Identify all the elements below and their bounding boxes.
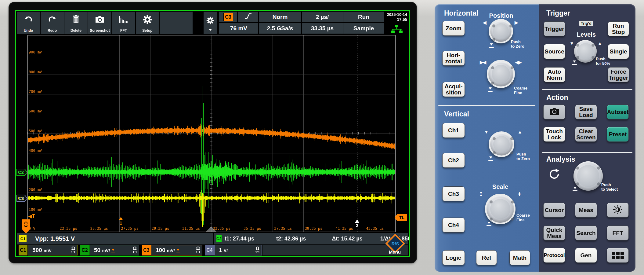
- ch4-button[interactable]: Ch4: [442, 218, 465, 233]
- fft-spectrum-icon: [112, 13, 135, 26]
- trigger-source-cell[interactable]: C3: [219, 12, 237, 22]
- c3-unit: mV/: [167, 248, 175, 253]
- save-load-button[interactable]: Save Load: [575, 105, 597, 119]
- trigger-button[interactable]: Trigger: [544, 21, 565, 36]
- section-divider: [438, 105, 535, 106]
- apps-button[interactable]: [607, 248, 629, 263]
- acquisition-button[interactable]: Acqui- sition: [442, 82, 465, 97]
- timebase-cell[interactable]: 2 µs/: [302, 12, 343, 22]
- c1-c4-trace-marker[interactable]: C1 C4: [16, 195, 27, 202]
- waveform-display[interactable]: [16, 11, 409, 256]
- preset-button[interactable]: Preset: [607, 127, 629, 142]
- c3-flag-label: C3: [24, 218, 28, 230]
- screenshot-action-button[interactable]: [543, 105, 565, 119]
- cursor2-handle[interactable]: [355, 219, 359, 223]
- knob-notch: [491, 82, 494, 85]
- rising-edge-icon: [244, 13, 252, 21]
- ref-button[interactable]: Ref: [476, 250, 497, 265]
- trigger-position-marker[interactable]: [206, 226, 216, 232]
- vertical-position-knob[interactable]: [489, 131, 514, 157]
- navigation-knob[interactable]: [573, 161, 603, 191]
- ch2-button[interactable]: Ch2: [442, 153, 465, 168]
- cursor-result-bar[interactable]: C2 t1: 27.44 µs t2: 42.86 µs Δt: 15.42 µ…: [214, 233, 408, 244]
- cursor-t1: t1: 27.44 µs: [225, 236, 254, 242]
- fft-button[interactable]: FFT: [112, 12, 135, 34]
- camera-icon: [88, 13, 111, 26]
- cursor2-label[interactable]: 2: [356, 223, 358, 228]
- scope-screen[interactable]: Undo Redo Delete Screenshot FFT Setup: [15, 10, 410, 257]
- c3-channel-badge[interactable]: C3: [142, 245, 151, 255]
- math-button[interactable]: Math: [509, 250, 530, 265]
- cursor-button[interactable]: Cursor: [543, 203, 565, 218]
- vertical-scale-knob[interactable]: [485, 194, 516, 224]
- ch3-button[interactable]: Ch3: [442, 186, 465, 201]
- c1-channel-cell[interactable]: 500 mV/ Ω1:1: [28, 245, 78, 255]
- c3-channel-cell[interactable]: 100 mV/ ▼ Ω1:1: [151, 245, 202, 255]
- measurement-value: Vpp: 1.9551 V: [35, 235, 75, 242]
- knob-notch: [493, 137, 496, 140]
- menu-label: Menu: [389, 249, 401, 255]
- measurement-result-bar[interactable]: C1 Vpp: 1.9551 V: [17, 233, 213, 244]
- knob-notch: [509, 24, 512, 28]
- c4-unit: V/: [224, 248, 228, 253]
- knob-notch: [597, 182, 600, 185]
- c2-channel-badge[interactable]: C2: [80, 245, 89, 255]
- push-icon: [487, 222, 491, 226]
- cursor1-handle[interactable]: [119, 217, 123, 220]
- trigger-source-badge: C3: [223, 13, 233, 21]
- compress-vertical-icon: ▼▲: [479, 192, 483, 196]
- trigger-levels-knob[interactable]: [574, 40, 597, 63]
- toolbar-spacer: [160, 12, 193, 34]
- trigger-slope-cell[interactable]: [238, 12, 258, 22]
- horizontal-position-knob[interactable]: [489, 19, 513, 43]
- push-icon: [488, 87, 493, 92]
- horizontal-scale-knob[interactable]: [487, 60, 515, 88]
- display-intensity-button[interactable]: [607, 203, 629, 218]
- c2-channel-cell[interactable]: 50 mV/ ▼ Ω1:1: [89, 245, 139, 255]
- push-icon: [488, 156, 493, 161]
- ch1-button[interactable]: Ch1: [442, 123, 465, 138]
- trigger-level-marker[interactable]: ◀T: [28, 213, 35, 219]
- setup-button[interactable]: Setup: [136, 12, 159, 34]
- trigger-mode-cell[interactable]: Norm: [259, 12, 301, 22]
- navigation-hint: Push to Select: [601, 183, 618, 192]
- acquisition-mode-cell[interactable]: Sample: [343, 23, 384, 34]
- horizontal-position-cell[interactable]: 33.35 µs: [302, 23, 343, 34]
- c2-trace-marker[interactable]: C2: [16, 169, 27, 176]
- sample-rate-cell[interactable]: 2.5 GSa/s: [259, 23, 301, 34]
- search-button[interactable]: Search: [575, 226, 597, 240]
- logic-button[interactable]: Logic: [442, 250, 465, 265]
- single-button[interactable]: Single: [608, 44, 629, 59]
- c1-unit: mV/: [44, 248, 52, 253]
- lan-network-icon[interactable]: [391, 24, 403, 34]
- clear-screen-button[interactable]: Clear Screen: [575, 127, 597, 142]
- knob-notch: [592, 44, 595, 47]
- c3-coupling: Ω: [196, 245, 200, 251]
- screenshot-button[interactable]: Screenshot: [88, 12, 111, 34]
- arrow-down-icon: ▼: [484, 130, 488, 134]
- source-button[interactable]: Source: [544, 44, 565, 59]
- run-stop-button[interactable]: Run Stop: [608, 21, 629, 36]
- meas-button[interactable]: Meas: [575, 203, 597, 218]
- protocol-button[interactable]: Protocol: [543, 248, 565, 263]
- c4-channel-cell[interactable]: 1 V/ Ω1:1: [214, 245, 262, 255]
- quick-settings-cell[interactable]: [204, 12, 217, 34]
- c4-channel-badge[interactable]: C4: [205, 245, 214, 255]
- force-trigger-button[interactable]: Force Trigger: [608, 67, 629, 82]
- c1-channel-badge[interactable]: C1: [19, 245, 27, 255]
- autoset-button[interactable]: Autoset: [607, 105, 629, 119]
- c3-scale: 100: [156, 247, 165, 253]
- zoom-button[interactable]: Zoom: [442, 21, 465, 36]
- horizontal-button[interactable]: Hori- zontal: [442, 51, 465, 66]
- undo-button[interactable]: Undo: [17, 12, 40, 34]
- cursor1-label[interactable]: 1: [120, 220, 122, 226]
- delete-button[interactable]: Delete: [64, 12, 88, 34]
- acquisition-state-cell[interactable]: Run: [343, 12, 384, 22]
- trigger-level-cell[interactable]: 76 mV: [219, 23, 258, 34]
- redo-button[interactable]: Redo: [41, 12, 64, 34]
- touch-lock-button[interactable]: Touch Lock: [543, 127, 565, 142]
- quick-meas-button[interactable]: Quick Meas: [543, 226, 565, 240]
- auto-norm-button[interactable]: Auto Norm: [544, 67, 565, 82]
- gen-button[interactable]: Gen: [575, 248, 597, 263]
- fft-analysis-button[interactable]: FFT: [607, 226, 629, 240]
